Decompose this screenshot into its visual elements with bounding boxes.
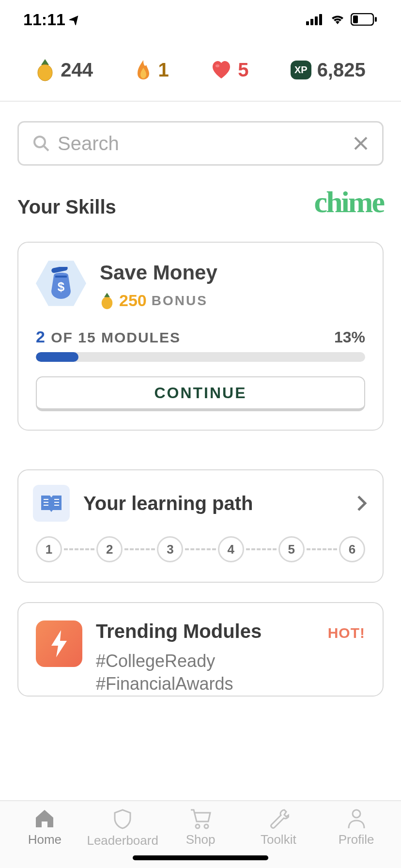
trending-tag-2: #FinancialAwards [96, 673, 365, 696]
stat-pineapple[interactable]: 244 [35, 58, 93, 81]
svg-rect-2 [315, 16, 318, 25]
trending-card[interactable]: Trending Modules HOT! #CollegeReady #Fin… [17, 602, 384, 697]
stat-heart-value: 5 [238, 59, 248, 81]
tab-leaderboard[interactable]: Leaderboard [84, 808, 162, 848]
skills-section-header: Your Skills chime [17, 190, 384, 224]
battery-icon [351, 13, 378, 26]
step-6[interactable]: 6 [339, 536, 365, 562]
hot-badge: HOT! [328, 625, 365, 641]
svg-rect-5 [353, 16, 358, 23]
stat-xp[interactable]: XP 6,825 [291, 59, 366, 81]
status-bar: 11:11 [0, 0, 401, 39]
trending-title: Trending Modules [96, 620, 262, 642]
wrench-icon [268, 808, 289, 829]
step-3[interactable]: 3 [157, 536, 183, 562]
svg-point-9 [216, 64, 219, 67]
path-steps: 1 2 3 4 5 6 [33, 536, 368, 562]
location-icon [69, 14, 81, 25]
book-icon [33, 485, 70, 522]
progress-percent: 13% [334, 328, 365, 346]
stat-heart[interactable]: 5 [211, 59, 248, 81]
search-input[interactable] [58, 133, 353, 155]
stat-pineapple-value: 244 [61, 59, 93, 81]
clear-icon[interactable] [353, 136, 369, 151]
svg-point-24 [204, 824, 208, 828]
progress-text: 2 OF 15 MODULES [36, 327, 181, 346]
svg-point-25 [353, 810, 360, 818]
cellular-icon [306, 14, 324, 25]
lightning-icon [36, 620, 82, 667]
skill-title: Save Money [100, 261, 217, 284]
progress-of: OF 15 MODULES [51, 329, 181, 345]
step-4[interactable]: 4 [218, 536, 244, 562]
tab-home[interactable]: Home [6, 808, 84, 847]
tab-leaderboard-label: Leaderboard [87, 833, 158, 848]
bonus-value: 250 [119, 291, 147, 310]
heart-icon [211, 60, 232, 79]
tab-toolkit[interactable]: Toolkit [239, 808, 317, 847]
home-indicator[interactable] [133, 855, 268, 860]
profile-icon [347, 808, 366, 829]
skills-section-title: Your Skills [17, 196, 116, 218]
step-2[interactable]: 2 [96, 536, 123, 562]
svg-line-11 [44, 146, 48, 151]
trending-tag-1: #CollegeReady [96, 650, 365, 673]
progress-completed: 2 [36, 327, 46, 346]
tab-toolkit-label: Toolkit [261, 832, 296, 847]
search-icon [32, 135, 50, 152]
svg-text:$: $ [58, 279, 65, 294]
sponsor-logo: chime [314, 185, 384, 219]
path-title: Your learning path [83, 493, 343, 514]
xp-badge-icon: XP [291, 61, 311, 79]
svg-point-16 [102, 296, 113, 309]
svg-rect-14 [51, 267, 68, 273]
status-time: 11:11 [23, 10, 65, 29]
home-icon [34, 808, 55, 829]
wifi-icon [329, 14, 346, 25]
tab-profile[interactable]: Profile [317, 808, 395, 847]
stat-fire[interactable]: 1 [135, 59, 169, 81]
tab-home-label: Home [28, 832, 62, 847]
progress-bar [36, 352, 365, 362]
svg-rect-0 [306, 21, 309, 25]
learning-path-card[interactable]: Your learning path 1 2 3 4 5 6 [17, 469, 384, 583]
svg-point-10 [34, 137, 45, 147]
svg-point-23 [196, 824, 200, 828]
svg-rect-3 [319, 14, 322, 25]
cart-icon [189, 808, 212, 829]
skill-card[interactable]: $ Save Money 250 BONUS 2 OF 15 MODULES 1… [17, 242, 384, 431]
progress-fill [36, 352, 78, 362]
tab-profile-label: Profile [339, 832, 374, 847]
fire-icon [135, 59, 152, 80]
bonus-row: 250 BONUS [100, 291, 217, 310]
step-1[interactable]: 1 [36, 536, 62, 562]
stat-xp-value: 6,825 [317, 59, 366, 81]
pineapple-icon [100, 292, 114, 310]
svg-rect-1 [310, 19, 313, 25]
svg-rect-6 [375, 17, 377, 22]
search-box[interactable] [17, 121, 384, 166]
pineapple-icon [35, 58, 55, 81]
stat-fire-value: 1 [158, 59, 169, 81]
step-5[interactable]: 5 [278, 536, 305, 562]
shield-icon [113, 808, 132, 830]
skill-badge-icon: $ [36, 258, 86, 309]
continue-button[interactable]: CONTINUE [36, 376, 365, 411]
bonus-label: BONUS [152, 293, 208, 309]
tab-shop-label: Shop [186, 832, 216, 847]
stats-bar: 244 1 5 XP 6,825 [0, 39, 401, 102]
chevron-right-icon [356, 495, 368, 512]
tab-shop[interactable]: Shop [162, 808, 240, 847]
